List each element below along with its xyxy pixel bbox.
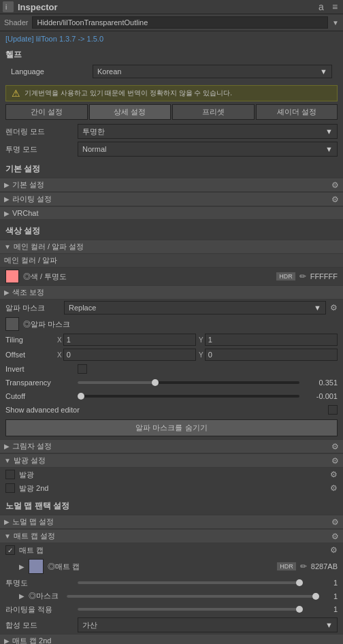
warning-bar: ⚠ 기계번역을 사용하고 있기 때문에 번역이 정확하지 않을 수 있습니다. bbox=[5, 85, 338, 101]
glow-checkbox[interactable] bbox=[5, 470, 15, 479]
tab-shader[interactable]: 셰이더 설정 bbox=[256, 104, 338, 120]
normalmap-settings-label: 노멀 맵 설정 bbox=[12, 517, 54, 527]
glow-gear[interactable]: ⚙ bbox=[331, 456, 339, 466]
vrchat-settings-label: VRChat bbox=[12, 209, 39, 217]
offset-x-label: X bbox=[57, 351, 62, 359]
rendering-mode-arrow: ▼ bbox=[325, 127, 333, 135]
color-swatch-row: ◎색 / 투명도 HDR ✏ FFFFFF bbox=[0, 268, 343, 285]
transparency-thumb bbox=[152, 379, 159, 386]
tiling-y-field: Y bbox=[199, 334, 338, 346]
tiling-y-label: Y bbox=[199, 336, 203, 344]
glow-settings-header[interactable]: ▼ 발광 설정 ⚙ bbox=[0, 453, 343, 468]
matcap-texture-arrow: ▶ bbox=[19, 563, 24, 570]
cutoff-slider[interactable] bbox=[78, 395, 299, 398]
transparency-slider[interactable] bbox=[78, 381, 299, 384]
language-dropdown[interactable]: Korean ▼ bbox=[93, 65, 332, 78]
shader-value[interactable]: Hidden/lilToonTransparentOutline bbox=[32, 16, 328, 29]
dropdown-arrow: ▼ bbox=[314, 304, 321, 312]
invert-checkbox[interactable] bbox=[78, 364, 87, 374]
matcap-checkbox-row: ✓ 매트 캡 ⚙ bbox=[0, 543, 343, 557]
menu-button[interactable]: ≡ bbox=[329, 1, 340, 12]
hide-alpha-mask-button[interactable]: 알파 마스크를 숨기기 bbox=[5, 419, 338, 436]
matcap-thumb[interactable] bbox=[29, 559, 44, 574]
glow2-item-gear[interactable]: ⚙ bbox=[330, 483, 338, 493]
trans-mode-dropdown[interactable]: Normal ▼ bbox=[78, 142, 338, 157]
header-actions: a ≡ bbox=[316, 1, 340, 12]
matcap-checkbox[interactable]: ✓ bbox=[5, 545, 15, 555]
svg-text:i: i bbox=[5, 3, 7, 11]
matcap-gear[interactable]: ⚙ bbox=[331, 532, 339, 541]
matcap-item-gear[interactable]: ⚙ bbox=[330, 545, 338, 555]
gear-icon[interactable]: ⚙ bbox=[331, 195, 339, 204]
offset-y-label: Y bbox=[199, 351, 203, 359]
normalmap-section-title: 노멀 맵 팬택 설정 bbox=[0, 498, 343, 515]
glow2-checkbox[interactable] bbox=[5, 483, 15, 493]
help-title: 헬프 bbox=[5, 49, 338, 61]
trans-mode-value: Normal bbox=[82, 145, 106, 153]
alpha-mask-label: 알파 마스크 bbox=[5, 303, 60, 313]
transparency2-fill bbox=[78, 581, 299, 584]
matcap2-header[interactable]: ▶ 매트 캡 2nd bbox=[0, 634, 343, 644]
matcap-hdr-badge[interactable]: HDR bbox=[277, 562, 296, 570]
matcap-settings-header[interactable]: ▼ 매트 캡 설정 ⚙ bbox=[0, 529, 343, 543]
arrow-icon: ▶ bbox=[4, 289, 10, 296]
inspector-header: i Inspector a ≡ bbox=[0, 0, 343, 14]
lighting-settings-label: 라이팅 설정 bbox=[12, 194, 52, 204]
glow-item-gear[interactable]: ⚙ bbox=[330, 470, 338, 479]
trans-mode-label: 투명 모드 bbox=[5, 144, 74, 155]
inspector-title: Inspector bbox=[18, 2, 58, 12]
mask-label: ◎마스크 bbox=[29, 591, 59, 601]
vrchat-settings-header[interactable]: ▶ VRChat bbox=[0, 206, 343, 220]
lighting-settings-header[interactable]: ▶ 라이팅 설정 ⚙ bbox=[0, 192, 343, 206]
rendering-mode-dropdown[interactable]: 투명한 ▼ bbox=[78, 124, 338, 139]
show-advanced-checkbox[interactable] bbox=[328, 405, 338, 415]
offset-y-input[interactable] bbox=[205, 349, 338, 361]
lock-button[interactable]: a bbox=[316, 1, 327, 12]
normalmap-settings-header[interactable]: ▶ 노멀 맵 설정 ⚙ bbox=[0, 515, 343, 529]
tab-preset[interactable]: 프리셋 bbox=[172, 104, 255, 120]
lighting-fill bbox=[78, 608, 299, 611]
invert-label: Invert bbox=[5, 365, 74, 373]
update-banner: [Update] lilToon 1.3.7 -> 1.5.0 bbox=[0, 31, 343, 46]
main-color-header[interactable]: ▼ 메인 컬러 / 알파 설정 bbox=[0, 240, 343, 254]
shader-arrow[interactable]: ▼ bbox=[332, 19, 339, 27]
blend-mode-dropdown[interactable]: 가산 ▼ bbox=[78, 617, 338, 632]
matcap-picker-icon[interactable]: ✏ bbox=[300, 562, 307, 571]
color-swatch[interactable] bbox=[5, 270, 19, 283]
matcap-texture-label: ◎매트 캡 bbox=[48, 562, 80, 572]
glow2-label: 발광 2nd bbox=[19, 483, 48, 494]
main-color-sub-label: 메인 컬러 / 알파 bbox=[4, 255, 57, 265]
offset-x-input[interactable] bbox=[63, 349, 196, 361]
shadow-settings-header[interactable]: ▶ 그림자 설정 ⚙ bbox=[0, 439, 343, 453]
warning-icon: ⚠ bbox=[12, 88, 20, 98]
cutoff-value: -0.001 bbox=[304, 392, 338, 400]
tiling-x-input[interactable] bbox=[63, 334, 196, 346]
hdr-badge[interactable]: HDR bbox=[276, 272, 295, 280]
trans-mode-arrow: ▼ bbox=[325, 145, 333, 153]
alpha-mask-row: 알파 마스크 Replace ▼ ⚙ bbox=[0, 300, 343, 316]
mask-slider[interactable] bbox=[67, 595, 316, 598]
normalmap-gear[interactable]: ⚙ bbox=[331, 517, 339, 527]
color-picker-icon[interactable]: ✏ bbox=[299, 272, 306, 281]
transparency2-value: 1 bbox=[304, 579, 338, 587]
lighting-slider[interactable] bbox=[78, 608, 299, 611]
cutoff-row: Cutoff -0.001 bbox=[0, 389, 343, 403]
shadow-gear[interactable]: ⚙ bbox=[331, 442, 339, 451]
tab-basic[interactable]: 간이 설정 bbox=[5, 104, 88, 120]
dropdown-arrow: ▼ bbox=[320, 67, 327, 76]
rendering-mode-row: 렌더링 모드 투명한 ▼ bbox=[0, 123, 343, 140]
gear-icon[interactable]: ⚙ bbox=[331, 180, 339, 190]
tiling-y-input[interactable] bbox=[205, 334, 338, 346]
alpha-mask-thumb[interactable] bbox=[5, 317, 19, 331]
update-text[interactable]: [Update] lilToon 1.3.7 -> 1.5.0 bbox=[5, 35, 103, 43]
color-correction-header[interactable]: ▶ 색조 보정 bbox=[0, 285, 343, 300]
transparency2-slider[interactable] bbox=[78, 581, 299, 584]
alpha-mask-dropdown[interactable]: Replace ▼ bbox=[64, 301, 326, 315]
transparency-fill bbox=[78, 381, 155, 384]
hex-value: FFFFFF bbox=[310, 272, 338, 280]
tab-detail[interactable]: 상세 설정 bbox=[89, 104, 172, 120]
blend-mode-value: 가산 bbox=[82, 620, 97, 630]
matcap-texture-row: ▶ ◎매트 캡 HDR ✏ 8287AB bbox=[0, 557, 343, 576]
basic-settings-header[interactable]: ▶ 기본 설정 ⚙ bbox=[0, 178, 343, 192]
alpha-mask-gear[interactable]: ⚙ bbox=[330, 303, 338, 312]
